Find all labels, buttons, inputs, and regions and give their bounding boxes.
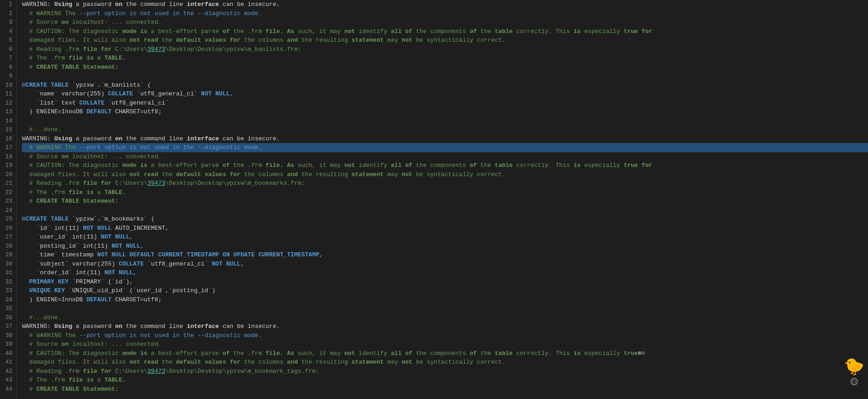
line-num: 22 (4, 188, 12, 197)
line-num: 4 (4, 27, 12, 36)
code-line: `subject` varchar(255) COLLATE `utf8_gen… (22, 260, 868, 269)
code-line: # Reading .frm file for C:\Users\39473\D… (22, 179, 868, 188)
code-line: # The .frm file is a TABLE. (22, 188, 868, 197)
line-num: 25 (4, 215, 12, 224)
line-num: 5 (4, 36, 12, 45)
line-num: 1 (4, 0, 12, 9)
code-line (22, 72, 868, 81)
code-line (22, 116, 868, 126)
code-line: # CAUTION: The diagnostic mode is a best… (22, 349, 868, 358)
line-num: 29 (4, 250, 12, 260)
code-line: `order_id` int(11) NOT NULL, (22, 268, 868, 277)
code-line: # Source on localhost: ... connected. (22, 152, 868, 161)
mascot-icon: 🐤 (844, 360, 864, 376)
code-line: # CREATE TABLE Statement: (22, 197, 868, 206)
mascot-button-1[interactable] (851, 378, 858, 385)
line-num: 27 (4, 233, 12, 242)
line-num: 19 (4, 161, 12, 170)
inner-ring (852, 380, 856, 383)
code-line: WARNING: Using a password on the command… (22, 322, 868, 331)
code-line: ) ENGINE=InnoDB DEFAULT CHARSET=utf8; (22, 107, 868, 116)
line-num: 34 (4, 295, 12, 305)
code-line: ⊟CREATE TABLE `ypzxw`.`m_bookmarks` ( (22, 215, 868, 224)
code-line: `name` varchar(255) COLLATE `utf8_genera… (22, 89, 868, 99)
code-area[interactable]: WARNING: Using a password on the command… (17, 0, 868, 399)
code-line: UNIQUE KEY `UNIQUE_uid_pid` (`user_id`,`… (22, 286, 868, 295)
line-num: 37 (4, 322, 12, 331)
code-line: # The .frm file is a TABLE. (22, 376, 868, 385)
code-line: ) ENGINE=InnoDB DEFAULT CHARSET=utf8; (22, 295, 868, 305)
line-num: 32 (4, 277, 12, 287)
editor-container: 1 2 3 4 5 6 7 8 9 10 11 12 13 14 15 16 1… (0, 0, 868, 399)
code-line: # Reading .frm file for C:\Users\39473\D… (22, 367, 868, 376)
line-num: 31 (4, 268, 12, 277)
code-line: `list` text COLLATE `utf8_general_ci` (22, 99, 868, 108)
line-num: 14 (4, 116, 12, 126)
code-line: `id` int(11) NOT NULL AUTO_INCREMENT, (22, 224, 868, 233)
line-num: 13 (4, 107, 12, 116)
line-num: 26 (4, 224, 12, 233)
line-num: 42 (4, 367, 12, 376)
line-num: 20 (4, 170, 12, 179)
line-num: 3 (4, 18, 12, 27)
line-num: 12 (4, 99, 12, 108)
code-line: damaged files. It will also not read the… (22, 170, 868, 179)
line-num: 41 (4, 358, 12, 367)
code-line: # CAUTION: The diagnostic mode is a best… (22, 161, 868, 170)
line-num: 23 (4, 197, 12, 206)
line-num: 40 (4, 349, 12, 358)
line-num: 17 (4, 143, 12, 152)
mascot-controls[interactable] (851, 378, 858, 385)
line-num: 30 (4, 260, 12, 269)
code-line: WARNING: Using a password on the command… (22, 0, 868, 9)
code-line: # Source on localhost: ... connected. (22, 18, 868, 27)
code-line: # WARNING The --port option is not used … (22, 9, 868, 18)
line-num: 33 (4, 286, 12, 295)
code-line: `time` timestamp NOT NULL DEFAULT CURREN… (22, 250, 868, 260)
line-num: 9 (4, 72, 12, 81)
code-line: # CAUTION: The diagnostic mode is a best… (22, 27, 868, 36)
line-num: 38 (4, 331, 12, 340)
code-line: WARNING: Using a password on the command… (22, 134, 868, 144)
line-numbers: 1 2 3 4 5 6 7 8 9 10 11 12 13 14 15 16 1… (0, 0, 17, 399)
line-num: 11 (4, 89, 12, 99)
code-line: PRIMARY KEY `PRIMARY` (`id`), (22, 277, 868, 287)
line-num: 7 (4, 54, 12, 63)
code-line (22, 304, 868, 313)
code-line: damaged files. It will also not read the… (22, 358, 868, 367)
line-num: 16 (4, 134, 12, 144)
line-num: 44 (4, 385, 12, 394)
code-line: # WARNING The --port option is not used … (22, 331, 868, 340)
line-num: 28 (4, 242, 12, 251)
line-num: 6 (4, 45, 12, 54)
code-line: ⊟CREATE TABLE `ypzxw`.`m_banlists` ( (22, 81, 868, 90)
line-num: 10 (4, 81, 12, 90)
code-line: # CREATE TABLE Statement: (22, 63, 868, 72)
line-num: 15 (4, 125, 12, 134)
line-num: 18 (4, 152, 12, 161)
line-num: 2 (4, 9, 12, 18)
code-line (22, 206, 868, 215)
line-num: 24 (4, 206, 12, 215)
line-num: 39 (4, 340, 12, 349)
code-line: `posting_id` int(11) NOT NULL, (22, 242, 868, 251)
code-line: `user_id` int(11) NOT NULL, (22, 233, 868, 242)
mascot-container: 🐤 (844, 360, 864, 385)
code-line: # Reading .frm file for C:\Users\39473\D… (22, 45, 868, 54)
code-line: # WARNING The --port option is not used … (22, 143, 868, 152)
line-num: 35 (4, 304, 12, 313)
line-num: 8 (4, 63, 12, 72)
code-line: # CREATE TABLE Statement: (22, 385, 868, 394)
code-line: damaged files. It will also not read the… (22, 36, 868, 45)
code-line: #...done. (22, 313, 868, 322)
line-num: 21 (4, 179, 12, 188)
line-num: 43 (4, 376, 12, 385)
code-line: # The .frm file is a TABLE. (22, 54, 868, 63)
code-line: # Source on localhost: ... connected. (22, 340, 868, 349)
code-line: #...done. (22, 125, 868, 134)
line-num: 36 (4, 313, 12, 322)
